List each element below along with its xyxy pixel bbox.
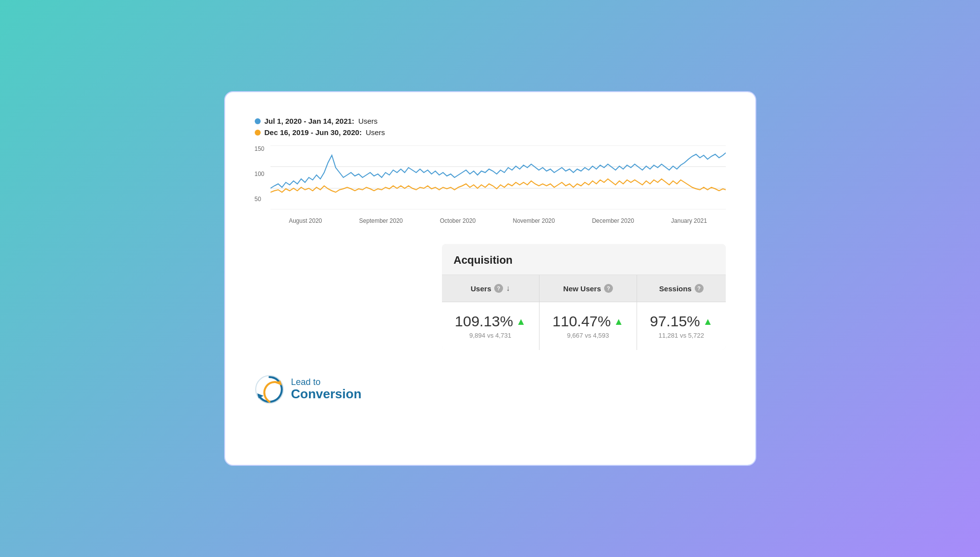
y-label-50: 50 <box>255 196 265 203</box>
header-users: Users ? ↓ <box>442 275 540 302</box>
new-users-question-icon[interactable]: ? <box>604 284 613 293</box>
table-header-row: Users ? ↓ New Users ? Sessions <box>442 275 726 302</box>
table-data-row: 109.13% ▲ 9,894 vs 4,731 110.47% ▲ 9,667… <box>442 302 726 350</box>
x-label-oct: October 2020 <box>440 217 476 224</box>
logo-conversion-text: Conversion <box>291 387 362 402</box>
x-label-jan: January 2021 <box>671 217 707 224</box>
chart-x-axis: August 2020 September 2020 October 2020 … <box>270 217 726 224</box>
new-users-up-arrow: ▲ <box>614 316 624 327</box>
x-label-sep: September 2020 <box>359 217 403 224</box>
sessions-up-arrow: ▲ <box>703 316 713 327</box>
legend-row-2: Dec 16, 2019 - Jun 30, 2020: Users <box>255 128 726 137</box>
legend-label-2: Users <box>366 128 385 137</box>
logo-lead-text: Lead to <box>291 377 362 387</box>
acquisition-title: Acquisition <box>442 244 726 275</box>
legend-range-2: Dec 16, 2019 - Jun 30, 2020: <box>265 128 362 137</box>
users-data-cell: 109.13% ▲ 9,894 vs 4,731 <box>442 302 540 350</box>
users-up-arrow: ▲ <box>516 316 526 327</box>
new-users-comparison: 9,667 vs 4,593 <box>549 332 627 339</box>
legend-row-1: Jul 1, 2020 - Jan 14, 2021: Users <box>255 117 726 125</box>
x-label-nov: November 2020 <box>513 217 555 224</box>
svg-point-4 <box>256 376 283 403</box>
sessions-data-cell: 97.15% ▲ 11,281 vs 5,722 <box>637 302 726 350</box>
chart-legend: Jul 1, 2020 - Jan 14, 2021: Users Dec 16… <box>255 117 726 137</box>
sessions-percent-display: 97.15% ▲ <box>647 313 715 330</box>
acquisition-section: Acquisition Users ? ↓ New Users ? <box>442 244 726 350</box>
sessions-percent-value: 97.15% <box>650 313 700 330</box>
new-users-data-cell: 110.47% ▲ 9,667 vs 4,593 <box>539 302 637 350</box>
logo-text: Lead to Conversion <box>291 377 362 402</box>
legend-dot-blue <box>255 118 261 124</box>
chart-svg-area <box>270 145 726 214</box>
chart-lines <box>270 145 726 209</box>
header-new-users: New Users ? <box>539 275 637 302</box>
header-sessions: Sessions ? <box>637 275 726 302</box>
legend-range-1: Jul 1, 2020 - Jan 14, 2021: <box>265 117 355 125</box>
users-percent-display: 109.13% ▲ <box>452 313 529 330</box>
legend-dot-orange <box>255 130 261 136</box>
y-label-150: 150 <box>255 145 265 152</box>
x-label-dec: December 2020 <box>592 217 634 224</box>
users-question-icon[interactable]: ? <box>494 284 503 293</box>
sessions-comparison: 11,281 vs 5,722 <box>647 332 715 339</box>
header-new-users-label: New Users <box>563 284 601 293</box>
chart-wrapper: 150 100 50 August 2020 September 2020 Oc… <box>255 145 726 224</box>
y-label-100: 100 <box>255 171 265 177</box>
users-comparison: 9,894 vs 4,731 <box>452 332 529 339</box>
users-percent-value: 109.13% <box>455 313 513 330</box>
main-card: Jul 1, 2020 - Jan 14, 2021: Users Dec 16… <box>224 91 756 466</box>
logo-area: Lead to Conversion <box>255 375 726 404</box>
sessions-question-icon[interactable]: ? <box>695 284 704 293</box>
header-users-label: Users <box>471 284 491 293</box>
new-users-percent-display: 110.47% ▲ <box>549 313 627 330</box>
header-sessions-label: Sessions <box>659 284 692 293</box>
acquisition-table: Users ? ↓ New Users ? Sessions <box>442 275 726 350</box>
logo-icon <box>255 375 284 404</box>
users-sort-icon[interactable]: ↓ <box>506 284 510 293</box>
legend-label-1: Users <box>358 117 377 125</box>
new-users-percent-value: 110.47% <box>552 313 610 330</box>
x-label-aug: August 2020 <box>289 217 322 224</box>
chart-y-axis: 150 100 50 <box>255 145 265 205</box>
